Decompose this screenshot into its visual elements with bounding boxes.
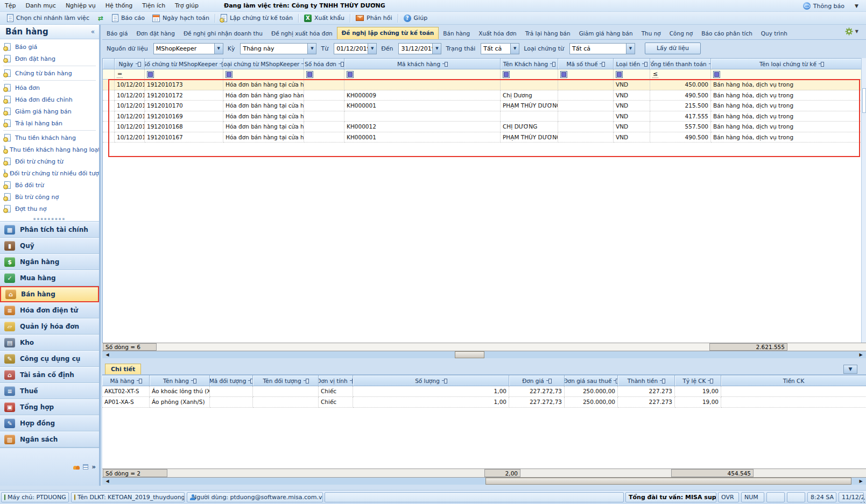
module-ban-hang[interactable]: ⌂Bán hàng [0,286,99,302]
column-header-so-chung-tu-mshopkeeper[interactable]: Số chứng từ MShopKeeper [145,59,223,69]
column-header-ten-loai-chung-tu-ke[interactable]: Tên loại chứng từ kế [711,59,866,69]
tab-de-nghi-ghi-nhan-doanh-thu[interactable]: Đề nghị ghi nhận doanh thu [179,28,267,39]
table-row[interactable]: AP01-XA-SÁo phông (Xanh/S)Chiếc1,00227.2… [102,397,866,408]
module-kho[interactable]: ▤Kho [0,335,99,351]
filter-combo-trang-thai[interactable]: Tất cả▼ [481,43,519,54]
toolbar-ngay-hach-toan-button[interactable]: Ngày hạch toán [149,12,213,24]
column-header-ty-le-ck[interactable]: Tỷ lệ CK [675,375,721,386]
sidebar-item-hoa-don-dieu-chinh[interactable]: Hóa đơn điều chỉnh [0,94,99,105]
hscroll-thumb[interactable] [455,351,484,358]
tab-bao-gia[interactable]: Báo giá [102,28,132,39]
tab-bao-cao-phan-tich[interactable]: Báo cáo phân tích [697,28,757,39]
detail-tab[interactable]: Chi tiết [105,364,141,374]
filter-combo-ky[interactable]: Tháng này▼ [240,43,316,54]
column-header-so-luong[interactable]: Số lượng [353,375,509,386]
module-tai-san-co-dinh[interactable]: ⌂Tài sản cố định [0,367,99,383]
tab-cong-no[interactable]: Công nợ [665,28,698,39]
menu-tro-giup[interactable]: Trợ giúp [170,0,203,12]
table-row[interactable]: 10/12/20191912010170Hóa đơn bán hàng tại… [103,101,862,111]
filter-cell-ten-loai-chung-tu-ke[interactable] [711,69,866,80]
table-row[interactable]: 10/12/20191912010169Hóa đơn bán hàng tại… [103,111,862,122]
toolbar-chon-chi-nhanh-lam-viec-button[interactable]: Chọn chi nhánh làm việc [3,12,93,24]
column-header-ma-doi-tuong[interactable]: Mã đối tượng [210,375,253,386]
filter-cell-so-hoa-don[interactable] [304,69,344,80]
filter-button-icon[interactable] [306,71,313,78]
grid-horizontal-scrollbar[interactable]: ◀ ▶ [102,351,866,358]
vscroll-thumb[interactable] [862,88,866,113]
sidebar-item-giam-gia-hang-ban[interactable]: Giảm giá hàng bán [0,105,99,117]
tab-tra-lai-hang-ban[interactable]: Trả lại hàng bán [521,28,575,39]
sidebar-item-thu-tien-khach-hang-hang-loat[interactable]: Thu tiền khách hàng hàng loạt [0,144,99,155]
scroll-right-icon[interactable]: ▶ [857,351,865,358]
table-row[interactable]: 10/12/20191912010172Hóa đơn bán hàng gia… [103,90,862,101]
module-phan-tich-tai-chinh[interactable]: ▦Phân tích tài chính [0,222,99,238]
sidebar-item-doi-tru-chung-tu-nhieu-doi-tuong[interactable]: Đối trừ chứng từ nhiều đối tượng [0,167,99,179]
module-cong-cu-dung-cu[interactable]: ✎Công cụ dụng cụ [0,351,99,367]
sidebar-item-tra-lai-hang-ban[interactable]: Trả lại hàng bán [0,117,99,129]
filter-cell-loai-tien[interactable] [614,69,650,80]
detail-horizontal-scrollbar[interactable]: ◀ ▶ [102,478,866,485]
menu-tep[interactable]: Tệp [0,0,20,12]
sidebar-item-bu-tru-cong-no[interactable]: Bù trừ công nợ [0,191,99,203]
filter-button-icon[interactable] [347,71,354,78]
column-header-loai-chung-tu-mshopkeeper[interactable]: Loại chứng từ MShopKeeper [223,59,304,69]
toolbar-giup-button[interactable]: ?Giúp [400,12,432,24]
table-row[interactable]: 10/12/20191912010173Hóa đơn bán hàng tại… [103,80,862,90]
sidebar-item-chung-tu-ban-hang[interactable]: Chứng từ bán hàng [0,67,99,79]
module-ngan-hang[interactable]: $Ngân hàng [0,254,99,270]
filter-cell-ma-khach-hang[interactable] [344,69,501,80]
table-row[interactable]: 10/12/20191912010168Hóa đơn bán hàng tại… [103,122,862,132]
filter-button-icon[interactable] [560,71,567,78]
toolbar-lap-chung-tu-ke-toan-button[interactable]: Lập chứng từ kế toán [217,12,297,24]
notifications-button[interactable]: Thông báo ▼ [803,0,858,12]
filter-combo-den[interactable]: 31/12/2019▼ [398,43,441,54]
column-header-ma-hang[interactable]: Mã hàng [102,375,150,386]
tab-xuat-hoa-don[interactable]: Xuất hóa đơn [474,28,520,39]
module-ngan-sach[interactable]: ▥Ngân sách [0,431,99,448]
sidebar-item-bo-doi-tru[interactable]: Bỏ đối trừ [0,179,99,191]
menu-danh-muc[interactable]: Danh mục [20,0,60,12]
module-quy[interactable]: ▮Quỹ [0,238,99,254]
column-header-don-vi-tinh[interactable]: Đơn vị tính [319,375,353,386]
module-hop-dong[interactable]: ✎Hợp đồng [0,415,99,431]
sidebar-collapse-icon[interactable]: « [91,28,95,36]
filter-combo-tu[interactable]: 01/12/2019▼ [334,43,377,54]
toolbar-sync-button[interactable]: ⇄ [93,12,108,24]
tab-de-nghi-lap-chung-tu-ke-toan[interactable]: Đề nghị lập chứng từ kế toán [337,27,439,39]
hscroll-thumb[interactable] [485,478,851,485]
sidebar-item-hoa-don[interactable]: Hóa đơn [0,82,99,94]
filter-cell-ma-so-thue[interactable] [558,69,614,80]
filter-cell-tong-tien-thanh-toan[interactable]: ≤ [650,69,711,80]
load-data-button[interactable]: Lấy dữ liệu [645,42,701,54]
tab-thu-no[interactable]: Thu nợ [637,28,665,39]
sidebar-splitter-handle[interactable]: ▪▪▪▪▪▪▪▪▪ [0,217,99,221]
tab-quy-trinh[interactable]: Quy trình [757,28,792,39]
column-header-so-hoa-don[interactable]: Số hóa đơn [304,59,344,69]
filter-button-icon[interactable] [503,71,510,78]
table-row[interactable]: 10/12/20191912010167Hóa đơn bán hàng tại… [103,132,862,143]
sidebar-item-thu-tien-khach-hang[interactable]: Thu tiền khách hàng [0,132,99,144]
tab-giam-gia-hang-ban[interactable]: Giảm giá hàng bán [575,28,637,39]
customize-icon[interactable] [83,464,88,470]
column-header-ma-so-thue[interactable]: Mã số thuế [558,59,614,69]
filter-button-icon[interactable] [147,71,154,78]
sidebar-item-dot-thu-no[interactable]: Đợt thu nợ [0,203,99,215]
sidebar-item-don-dat-hang[interactable]: Đơn đặt hàng [0,53,99,65]
sidebar-item-bao-gia[interactable]: Báo giá [0,41,99,53]
filter-button-icon[interactable] [713,71,720,78]
sidebar-item-doi-tru-chung-tu[interactable]: Đối trừ chứng từ [0,155,99,167]
column-header-ten-hang[interactable]: Tên hàng [150,375,210,386]
filter-button-icon[interactable] [616,71,623,78]
tab-don-dat-hang[interactable]: Đơn đặt hàng [132,28,179,39]
menu-he-thong[interactable]: Hệ thống [101,0,138,12]
filter-button-icon[interactable] [226,71,233,78]
module-mua-hang[interactable]: ✓Mua hàng [0,270,99,286]
column-header-don-gia-sau-thue[interactable]: Đơn giá sau thuế [565,375,618,386]
filter-operator-lte[interactable]: ≤ [652,71,658,78]
users-icon[interactable] [73,464,80,470]
module-tong-hop[interactable]: ▣Tổng hợp [0,399,99,415]
column-header-loai-tien[interactable]: Loại tiền [614,59,650,69]
column-header-thanh-tien[interactable]: Thành tiền [618,375,675,386]
filter-cell-so-chung-tu-mshopkeeper[interactable] [145,69,223,80]
filter-combo-nguon-du-lieu[interactable]: MShopKeeper▼ [153,43,223,54]
